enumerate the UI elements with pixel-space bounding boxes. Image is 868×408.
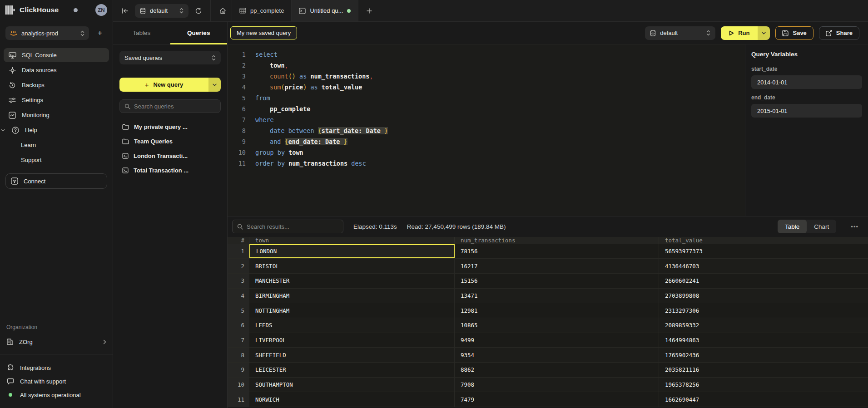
table-cell[interactable]: LEICESTER bbox=[249, 363, 455, 377]
run-options-button[interactable] bbox=[758, 26, 770, 40]
column-header[interactable]: num_transactions bbox=[455, 237, 659, 244]
sidebar-item-support[interactable]: Support bbox=[4, 153, 109, 167]
code-line[interactable]: 8date between {start_date: Date } bbox=[228, 125, 745, 136]
sidebar-item-chat-support[interactable]: Chat with support bbox=[0, 374, 113, 388]
table-cell[interactable]: 8862 bbox=[455, 363, 659, 377]
table-cell[interactable]: 15156 bbox=[455, 274, 659, 288]
table-cell[interactable]: 1765902436 bbox=[659, 348, 868, 362]
sidebar-item-integrations[interactable]: Integrations bbox=[0, 361, 113, 374]
refresh-icon[interactable] bbox=[191, 4, 206, 18]
view-chart-button[interactable]: Chart bbox=[807, 220, 836, 233]
code-line[interactable]: 3count() as num_transactions, bbox=[228, 71, 745, 82]
tab-untitled-query[interactable]: Untitled qu... bbox=[292, 0, 358, 21]
table-cell[interactable]: LEEDS bbox=[249, 318, 455, 333]
code-line[interactable]: 7where bbox=[228, 114, 745, 125]
table-cell[interactable]: 2035821116 bbox=[659, 363, 868, 377]
table-cell[interactable]: 13471 bbox=[455, 289, 659, 303]
table-cell[interactable]: SHEFFIELD bbox=[249, 348, 455, 362]
code-line[interactable]: 9and {end_date: Date } bbox=[228, 136, 745, 147]
table-cell[interactable]: 9499 bbox=[455, 333, 659, 348]
table-cell[interactable]: NORWICH bbox=[249, 392, 455, 407]
new-tab-button[interactable] bbox=[362, 4, 377, 18]
code-line[interactable]: 11order by num_transactions desc bbox=[228, 158, 745, 169]
table-cell[interactable]: SOUTHAMPTON bbox=[249, 378, 455, 392]
new-query-menu-button[interactable] bbox=[208, 78, 221, 92]
end-date-input[interactable]: 2015-01-01 bbox=[751, 104, 862, 118]
tab-tables[interactable]: Tables bbox=[113, 22, 170, 44]
search-results-input[interactable]: Search results... bbox=[232, 220, 343, 233]
table-cell[interactable]: NOTTINGHAM bbox=[249, 303, 455, 318]
sidebar-item-learn[interactable]: Learn bbox=[4, 138, 109, 152]
user-avatar[interactable]: ZN bbox=[95, 4, 107, 16]
table-cell[interactable]: BRISTOL bbox=[249, 259, 455, 273]
saved-query-tab[interactable]: My new saved query bbox=[230, 26, 297, 39]
sidebar-item-data-sources[interactable]: Data sources bbox=[4, 63, 109, 77]
column-header[interactable]: # bbox=[228, 237, 249, 244]
table-cell[interactable]: 2703899808 bbox=[659, 289, 868, 303]
database-selector[interactable]: default bbox=[135, 4, 188, 18]
table-cell[interactable]: 1464994863 bbox=[659, 333, 868, 348]
table-cell[interactable]: 12981 bbox=[455, 303, 659, 318]
organization-selector[interactable]: ZOrg bbox=[0, 335, 113, 349]
save-button[interactable]: Save bbox=[775, 26, 813, 40]
table-cell[interactable]: 2089859332 bbox=[659, 318, 868, 333]
code-line[interactable]: 6pp_complete bbox=[228, 103, 745, 114]
monitoring-chart-icon bbox=[8, 112, 16, 119]
home-icon[interactable] bbox=[215, 4, 230, 18]
sql-editor[interactable]: 1select2town,3count() as num_transaction… bbox=[228, 44, 745, 216]
start-date-input[interactable]: 2014-01-01 bbox=[751, 75, 862, 89]
table-cell[interactable]: 2660602241 bbox=[659, 274, 868, 288]
table-cell[interactable]: BIRMINGHAM bbox=[249, 289, 455, 303]
saved-queries-selector[interactable]: Saved queries bbox=[119, 51, 221, 64]
new-query-main[interactable]: + New query bbox=[119, 78, 208, 92]
list-item-query[interactable]: London Transacti... bbox=[119, 148, 221, 163]
table-cell[interactable]: LIVERPOOL bbox=[249, 333, 455, 348]
run-database-selector[interactable]: default bbox=[645, 26, 715, 40]
run-button-main[interactable]: Run bbox=[721, 26, 758, 40]
run-button[interactable]: Run bbox=[721, 26, 770, 40]
connect-button[interactable]: Connect bbox=[5, 173, 107, 189]
search-queries-input[interactable]: Search queries bbox=[119, 99, 221, 113]
tab-queries[interactable]: Queries bbox=[170, 22, 228, 44]
collapse-sidebar-icon[interactable] bbox=[118, 4, 132, 18]
list-item-folder[interactable]: My private query ... bbox=[119, 119, 221, 134]
table-cell[interactable]: 1662690447 bbox=[659, 392, 868, 407]
code-line[interactable]: 1select bbox=[228, 49, 745, 60]
table-cell[interactable]: 4136446703 bbox=[659, 259, 868, 273]
database-nav-group: default bbox=[113, 0, 211, 21]
view-table-button[interactable]: Table bbox=[778, 220, 807, 233]
table-cell[interactable]: 16217 bbox=[455, 259, 659, 273]
column-header[interactable]: total_value bbox=[659, 237, 868, 244]
list-item-folder[interactable]: Team Queries bbox=[119, 134, 221, 148]
code-line[interactable]: 4sum(price) as total_value bbox=[228, 82, 745, 93]
sidebar-item-settings[interactable]: Settings bbox=[4, 93, 109, 107]
new-query-button[interactable]: + New query bbox=[119, 78, 221, 92]
table-cell[interactable]: 1965378256 bbox=[659, 378, 868, 392]
code-line[interactable]: 5from bbox=[228, 93, 745, 103]
table-cell[interactable]: LONDON bbox=[249, 244, 455, 259]
list-item-query[interactable]: Total Transaction ... bbox=[119, 163, 221, 177]
sidebar-item-help[interactable]: Help bbox=[4, 123, 109, 137]
table-cell[interactable]: 10865 bbox=[455, 318, 659, 333]
sidebar-item-sql-console[interactable]: SQL Console bbox=[4, 48, 109, 62]
code-line[interactable]: 10group by town bbox=[228, 147, 745, 158]
sidebar-item-backups[interactable]: Backups bbox=[4, 78, 109, 92]
share-button[interactable]: Share bbox=[819, 26, 859, 40]
code-text: town, bbox=[246, 60, 288, 71]
table-cell[interactable]: MANCHESTER bbox=[249, 274, 455, 288]
query-terminal-icon bbox=[122, 153, 129, 159]
table-cell[interactable]: 9354 bbox=[455, 348, 659, 362]
more-options-icon[interactable]: ••• bbox=[846, 223, 859, 230]
table-cell[interactable]: 78156 bbox=[455, 244, 659, 259]
table-cell[interactable]: 7908 bbox=[455, 378, 659, 392]
system-status[interactable]: All systems operational bbox=[0, 388, 113, 402]
column-header[interactable]: town bbox=[249, 237, 455, 244]
add-service-button[interactable]: + bbox=[94, 27, 106, 39]
tab-pp-complete[interactable]: pp_complete bbox=[232, 0, 292, 21]
table-cell[interactable]: 2313297306 bbox=[659, 303, 868, 318]
workspace-selector[interactable]: analytics-prod bbox=[5, 26, 89, 40]
table-cell[interactable]: 56593977373 bbox=[659, 244, 868, 259]
sidebar-item-monitoring[interactable]: Monitoring bbox=[4, 108, 109, 122]
code-line[interactable]: 2town, bbox=[228, 60, 745, 71]
table-cell[interactable]: 7479 bbox=[455, 392, 659, 407]
